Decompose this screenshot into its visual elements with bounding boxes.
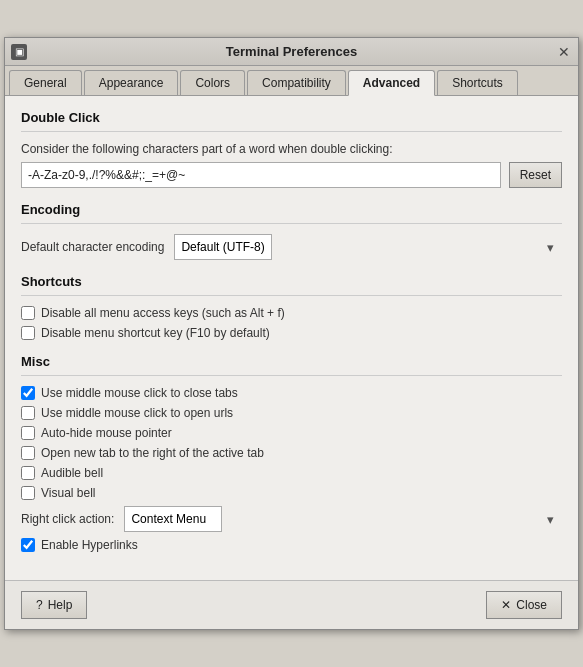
encoding-select-wrapper: Default (UTF-8) UTF-16 ISO-8859-1 ASCII — [174, 234, 562, 260]
reset-button[interactable]: Reset — [509, 162, 562, 188]
visual-bell-row: Visual bell — [21, 486, 562, 500]
tab-advanced[interactable]: Advanced — [348, 70, 435, 96]
tab-general[interactable]: General — [9, 70, 82, 95]
shortcuts-divider — [21, 295, 562, 296]
shortcuts-section: Shortcuts Disable all menu access keys (… — [21, 274, 562, 340]
tab-shortcuts[interactable]: Shortcuts — [437, 70, 518, 95]
encoding-divider — [21, 223, 562, 224]
middle-open-urls-label: Use middle mouse click to open urls — [41, 406, 233, 420]
disable-menu-shortcut-label: Disable menu shortcut key (F10 by defaul… — [41, 326, 270, 340]
preferences-window: ▣ Terminal Preferences ✕ General Appeara… — [4, 37, 579, 630]
encoding-select[interactable]: Default (UTF-8) UTF-16 ISO-8859-1 ASCII — [174, 234, 272, 260]
visual-bell-label: Visual bell — [41, 486, 95, 500]
middle-close-tabs-label: Use middle mouse click to close tabs — [41, 386, 238, 400]
enable-hyperlinks-checkbox[interactable] — [21, 538, 35, 552]
right-click-select-wrapper: Context Menu Paste Selection None — [124, 506, 562, 532]
close-button[interactable]: ✕ Close — [486, 591, 562, 619]
titlebar: ▣ Terminal Preferences ✕ — [5, 38, 578, 66]
footer: ? Help ✕ Close — [5, 580, 578, 629]
new-tab-right-label: Open new tab to the right of the active … — [41, 446, 264, 460]
enable-hyperlinks-label: Enable Hyperlinks — [41, 538, 138, 552]
double-click-title: Double Click — [21, 110, 562, 125]
misc-divider — [21, 375, 562, 376]
enable-hyperlinks-row: Enable Hyperlinks — [21, 538, 562, 552]
close-label: Close — [516, 598, 547, 612]
help-icon: ? — [36, 598, 43, 612]
right-click-select[interactable]: Context Menu Paste Selection None — [124, 506, 222, 532]
double-click-input-row: Reset — [21, 162, 562, 188]
tab-appearance[interactable]: Appearance — [84, 70, 179, 95]
double-click-desc: Consider the following characters part o… — [21, 142, 562, 156]
disable-menu-access-row: Disable all menu access keys (such as Al… — [21, 306, 562, 320]
encoding-section: Encoding Default character encoding Defa… — [21, 202, 562, 260]
middle-open-urls-checkbox[interactable] — [21, 406, 35, 420]
middle-close-tabs-checkbox[interactable] — [21, 386, 35, 400]
tab-colors[interactable]: Colors — [180, 70, 245, 95]
disable-menu-access-checkbox[interactable] — [21, 306, 35, 320]
right-click-label: Right click action: — [21, 512, 114, 526]
auto-hide-pointer-label: Auto-hide mouse pointer — [41, 426, 172, 440]
right-click-row: Right click action: Context Menu Paste S… — [21, 506, 562, 532]
app-icon: ▣ — [11, 44, 27, 60]
misc-section: Misc Use middle mouse click to close tab… — [21, 354, 562, 552]
disable-menu-access-label: Disable all menu access keys (such as Al… — [41, 306, 285, 320]
tab-compatibility[interactable]: Compatibility — [247, 70, 346, 95]
auto-hide-pointer-row: Auto-hide mouse pointer — [21, 426, 562, 440]
middle-open-urls-row: Use middle mouse click to open urls — [21, 406, 562, 420]
new-tab-right-checkbox[interactable] — [21, 446, 35, 460]
misc-title: Misc — [21, 354, 562, 369]
disable-menu-shortcut-checkbox[interactable] — [21, 326, 35, 340]
window-title: Terminal Preferences — [226, 44, 357, 59]
visual-bell-checkbox[interactable] — [21, 486, 35, 500]
close-icon: ✕ — [501, 598, 511, 612]
tab-content: Double Click Consider the following char… — [5, 96, 578, 580]
titlebar-close-button[interactable]: ✕ — [556, 45, 572, 59]
double-click-input[interactable] — [21, 162, 501, 188]
disable-menu-shortcut-row: Disable menu shortcut key (F10 by defaul… — [21, 326, 562, 340]
audible-bell-checkbox[interactable] — [21, 466, 35, 480]
middle-close-tabs-row: Use middle mouse click to close tabs — [21, 386, 562, 400]
help-label: Help — [48, 598, 73, 612]
double-click-section: Double Click Consider the following char… — [21, 110, 562, 188]
encoding-label: Default character encoding — [21, 240, 164, 254]
encoding-row: Default character encoding Default (UTF-… — [21, 234, 562, 260]
encoding-title: Encoding — [21, 202, 562, 217]
audible-bell-label: Audible bell — [41, 466, 103, 480]
new-tab-right-row: Open new tab to the right of the active … — [21, 446, 562, 460]
titlebar-left: ▣ — [11, 44, 27, 60]
help-button[interactable]: ? Help — [21, 591, 87, 619]
double-click-divider — [21, 131, 562, 132]
tab-bar: General Appearance Colors Compatibility … — [5, 66, 578, 96]
audible-bell-row: Audible bell — [21, 466, 562, 480]
shortcuts-title: Shortcuts — [21, 274, 562, 289]
auto-hide-pointer-checkbox[interactable] — [21, 426, 35, 440]
